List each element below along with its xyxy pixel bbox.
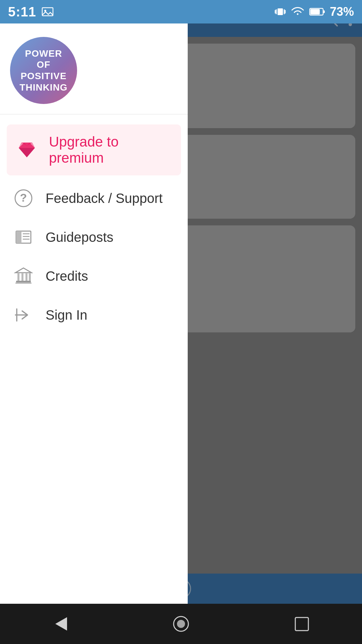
status-icons: 73%	[274, 5, 354, 19]
credits-label: Credits	[46, 269, 88, 284]
svg-text:?: ?	[20, 191, 27, 204]
recents-button[interactable]	[288, 610, 315, 637]
battery-icon	[309, 6, 326, 18]
svg-rect-15	[323, 10, 325, 13]
menu-item-guideposts[interactable]: Guideposts	[0, 218, 188, 257]
svg-rect-36	[15, 282, 32, 284]
guideposts-label: Guideposts	[46, 230, 113, 245]
svg-marker-18	[19, 148, 35, 157]
svg-rect-26	[16, 231, 21, 243]
feedback-label: Feedback / Support	[46, 191, 163, 206]
svg-point-8	[44, 10, 46, 12]
drawer-menu: Upgrade to premium ? Feedback / Support	[0, 114, 188, 644]
question-icon: ?	[13, 188, 34, 208]
battery-percentage: 73%	[330, 5, 354, 19]
menu-item-credits[interactable]: Credits	[0, 257, 188, 296]
upgrade-label: Upgrade to premium	[49, 134, 171, 166]
home-button[interactable]	[168, 610, 194, 637]
menu-item-upgrade[interactable]: Upgrade to premium	[7, 124, 181, 175]
svg-rect-42	[295, 618, 308, 631]
image-icon	[42, 6, 54, 18]
svg-rect-7	[42, 8, 53, 16]
status-bar: 5:11 73%	[0, 0, 362, 23]
signin-icon	[13, 305, 34, 325]
svg-rect-33	[25, 273, 27, 281]
svg-rect-35	[16, 281, 31, 282]
drawer-scrim[interactable]	[188, 0, 362, 644]
signin-label: Sign In	[46, 308, 87, 323]
svg-rect-16	[310, 9, 320, 14]
back-button[interactable]	[47, 610, 74, 637]
svg-rect-9	[278, 8, 283, 15]
bank-icon	[13, 266, 34, 286]
nav-bar	[0, 604, 362, 644]
svg-marker-39	[55, 617, 67, 631]
svg-rect-32	[21, 273, 23, 281]
newspaper-icon	[13, 227, 34, 247]
status-time: 5:11	[8, 4, 36, 19]
app-logo: POWEROFPOSITIVETHINKING	[10, 37, 77, 104]
drawer-header: POWEROFPOSITIVETHINKING	[0, 23, 188, 114]
svg-point-41	[177, 620, 185, 628]
logo-text: POWEROFPOSITIVETHINKING	[16, 45, 71, 96]
vibrate-icon	[274, 6, 286, 18]
diamond-icon	[17, 140, 37, 160]
svg-marker-30	[15, 268, 32, 273]
drawer: POWEROFPOSITIVETHINKING Upgrade to premi…	[0, 23, 188, 644]
svg-rect-31	[17, 273, 19, 281]
wifi-icon	[290, 6, 305, 18]
svg-rect-34	[29, 273, 31, 281]
menu-item-feedback[interactable]: ? Feedback / Support	[0, 179, 188, 218]
menu-item-signin[interactable]: Sign In	[0, 296, 188, 334]
